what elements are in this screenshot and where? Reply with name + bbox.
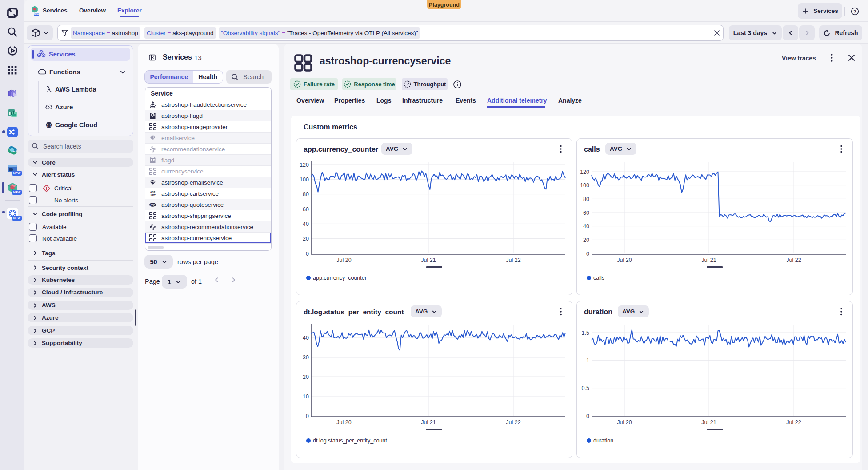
svg-text:80: 80 [303, 191, 309, 197]
svg-text:60: 60 [583, 210, 589, 216]
svg-text:Jul 21: Jul 21 [701, 257, 716, 263]
svg-text:1: 1 [586, 358, 589, 364]
svg-text:( ): ( ) [46, 124, 52, 127]
svg-text:40: 40 [583, 223, 589, 229]
svg-text:20: 20 [583, 237, 589, 243]
svg-text:0.5: 0.5 [582, 385, 589, 391]
svg-text:0: 0 [306, 251, 309, 257]
svg-text:Jul 21: Jul 21 [701, 419, 716, 426]
svg-text:Jul 22: Jul 22 [786, 257, 801, 263]
svg-text:30: 30 [303, 354, 309, 361]
svg-text:0: 0 [306, 413, 309, 419]
svg-text:120: 120 [300, 162, 309, 168]
svg-text:20: 20 [303, 374, 309, 380]
svg-text:Jul 22: Jul 22 [506, 419, 520, 426]
svg-text:1.5: 1.5 [582, 330, 589, 336]
svg-text:0: 0 [586, 251, 589, 257]
svg-text:Jul 22: Jul 22 [506, 257, 520, 263]
svg-text:100: 100 [300, 177, 309, 183]
svg-text:60: 60 [303, 206, 309, 213]
svg-text:Jul 20: Jul 20 [617, 419, 632, 426]
svg-text:Jul 20: Jul 20 [617, 257, 632, 263]
svg-text:0: 0 [586, 413, 589, 419]
svg-text:40: 40 [303, 221, 309, 227]
svg-text:80: 80 [583, 196, 589, 202]
svg-text:40: 40 [303, 335, 309, 341]
svg-text:Jul 21: Jul 21 [421, 257, 436, 263]
svg-text:Jul 21: Jul 21 [421, 419, 436, 426]
svg-text:20: 20 [303, 236, 309, 242]
svg-text:10: 10 [303, 394, 309, 400]
svg-text:Jul 20: Jul 20 [336, 257, 351, 263]
svg-text:php: php [150, 203, 155, 206]
svg-text:Jul 22: Jul 22 [786, 419, 801, 426]
svg-text:?: ? [853, 9, 856, 14]
svg-text:ASP: ASP [150, 191, 156, 193]
svg-text:.NET: .NET [150, 194, 156, 197]
svg-text:Jul 20: Jul 20 [336, 419, 351, 426]
svg-text:120: 120 [580, 169, 589, 175]
svg-text:100: 100 [580, 182, 589, 189]
